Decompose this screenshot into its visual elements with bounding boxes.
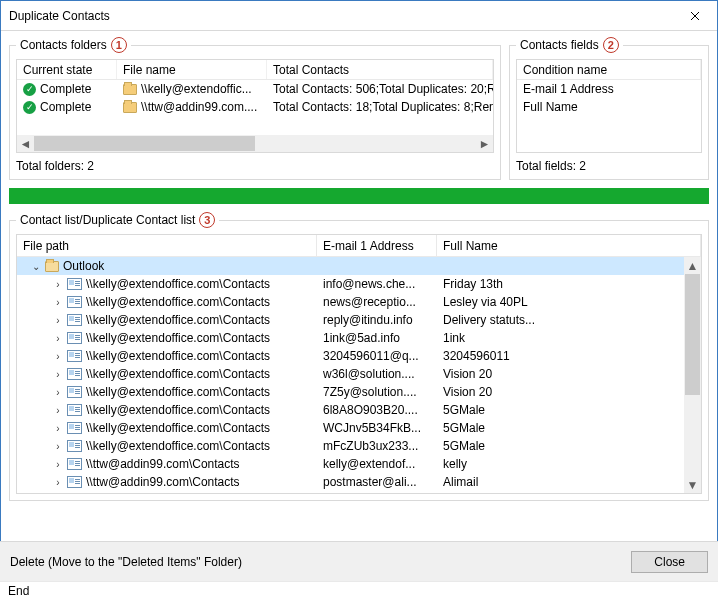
contact-card-icon: [67, 458, 82, 470]
contacts-folders-legend-text: Contacts folders: [20, 38, 107, 52]
chevron-right-icon[interactable]: ›: [53, 405, 63, 416]
contacts-fields-group: Contacts fields 2 Condition name E-mail …: [509, 37, 709, 180]
footer-bar: Delete (Move to the "Deleted Items" Fold…: [0, 541, 718, 581]
total-fields-label: Total fields: 2: [516, 159, 702, 173]
chevron-right-icon[interactable]: ›: [53, 333, 63, 344]
chevron-right-icon[interactable]: ›: [53, 423, 63, 434]
duplicate-contacts-tree[interactable]: File path E-mail 1 Address Full Name ⌄Ou…: [16, 234, 702, 494]
col-file-name[interactable]: File name: [117, 60, 267, 79]
scroll-up-icon[interactable]: ▲: [684, 257, 701, 274]
chevron-right-icon[interactable]: ›: [53, 477, 63, 488]
progress-bar: [9, 188, 709, 204]
tree-body: ⌄Outlook›\\kelly@extendoffice.com\Contac…: [17, 257, 684, 493]
contact-list-group: Contact list/Duplicate Contact list 3 Fi…: [9, 212, 709, 501]
scroll-left-icon[interactable]: ◄: [17, 135, 34, 152]
chevron-right-icon[interactable]: ›: [53, 315, 63, 326]
folders-list-header: Current state File name Total Contacts: [17, 60, 493, 80]
complete-icon: ✓: [23, 83, 36, 96]
contact-card-icon: [67, 278, 82, 290]
folder-row[interactable]: ✓Complete\\kelly@extendoffic...Total Con…: [17, 80, 493, 98]
chevron-right-icon[interactable]: ›: [53, 387, 63, 398]
close-button[interactable]: Close: [631, 551, 708, 573]
tree-item[interactable]: ›\\ttw@addin99.com\Contactsghk@addin99.c…: [17, 491, 684, 493]
contacts-folders-group: Contacts folders 1 Current state File na…: [9, 37, 501, 180]
window-close-button[interactable]: [673, 1, 717, 31]
fields-list-body: E-mail 1 AddressFull Name: [517, 80, 701, 152]
contacts-fields-legend-text: Contacts fields: [520, 38, 599, 52]
contact-card-icon: [67, 386, 82, 398]
tree-item[interactable]: ›\\kelly@extendoffice.com\ContactsmFcZUb…: [17, 437, 684, 455]
chevron-right-icon[interactable]: ›: [53, 279, 63, 290]
tree-item[interactable]: ›\\kelly@extendoffice.com\Contacts1ink@5…: [17, 329, 684, 347]
badge-2-icon: 2: [603, 37, 619, 53]
col-condition-name[interactable]: Condition name: [517, 60, 701, 79]
field-row[interactable]: E-mail 1 Address: [517, 80, 701, 98]
folder-row[interactable]: ✓Complete\\ttw@addin99.com....Total Cont…: [17, 98, 493, 116]
status-end-label: End: [8, 584, 29, 598]
scroll-down-icon[interactable]: ▼: [684, 476, 701, 493]
folder-icon: [123, 102, 137, 113]
fields-list-header: Condition name: [517, 60, 701, 80]
col-total-contacts[interactable]: Total Contacts: [267, 60, 493, 79]
field-row[interactable]: Full Name: [517, 98, 701, 116]
total-folders-label: Total folders: 2: [16, 159, 494, 173]
tree-item[interactable]: ›\\kelly@extendoffice.com\ContactsWCJnv5…: [17, 419, 684, 437]
tree-item[interactable]: ›\\ttw@addin99.com\Contactspostmaster@al…: [17, 473, 684, 491]
tree-header: File path E-mail 1 Address Full Name: [17, 235, 701, 257]
delete-hint-label: Delete (Move to the "Deleted Items" Fold…: [10, 555, 242, 569]
contact-card-icon: [67, 476, 82, 488]
contact-card-icon: [67, 440, 82, 452]
folder-icon: [45, 261, 59, 272]
folders-list[interactable]: Current state File name Total Contacts ✓…: [16, 59, 494, 153]
titlebar: Duplicate Contacts: [1, 1, 717, 31]
scroll-thumb[interactable]: [34, 136, 255, 151]
contact-card-icon: [67, 350, 82, 362]
status-bar: End: [0, 581, 718, 599]
contact-card-icon: [67, 332, 82, 344]
tree-vscrollbar[interactable]: ▲ ▼: [684, 257, 701, 493]
folders-hscrollbar[interactable]: ◄ ►: [17, 135, 493, 152]
chevron-right-icon[interactable]: ›: [53, 459, 63, 470]
badge-3-icon: 3: [199, 212, 215, 228]
complete-icon: ✓: [23, 101, 36, 114]
tree-item[interactable]: ›\\kelly@extendoffice.com\Contactsnews@r…: [17, 293, 684, 311]
chevron-right-icon[interactable]: ›: [53, 441, 63, 452]
fields-list[interactable]: Condition name E-mail 1 AddressFull Name: [516, 59, 702, 153]
tree-item[interactable]: ›\\kelly@extendoffice.com\Contacts320459…: [17, 347, 684, 365]
tree-group-outlook[interactable]: ⌄Outlook: [17, 257, 684, 275]
tree-item[interactable]: ›\\kelly@extendoffice.com\Contacts7Z5y@s…: [17, 383, 684, 401]
chevron-down-icon[interactable]: ⌄: [31, 261, 41, 272]
tree-item[interactable]: ›\\kelly@extendoffice.com\Contactsw36l@s…: [17, 365, 684, 383]
badge-1-icon: 1: [111, 37, 127, 53]
tree-item[interactable]: ›\\kelly@extendoffice.com\Contacts6l8A8O…: [17, 401, 684, 419]
chevron-right-icon[interactable]: ›: [53, 297, 63, 308]
contact-card-icon: [67, 422, 82, 434]
contact-card-icon: [67, 404, 82, 416]
window-title: Duplicate Contacts: [9, 9, 110, 23]
close-icon: [690, 11, 700, 21]
chevron-right-icon[interactable]: ›: [53, 351, 63, 362]
tree-item[interactable]: ›\\ttw@addin99.com\Contactskelly@extendo…: [17, 455, 684, 473]
chevron-right-icon[interactable]: ›: [53, 369, 63, 380]
tree-item[interactable]: ›\\kelly@extendoffice.com\Contactsreply@…: [17, 311, 684, 329]
content: Contacts folders 1 Current state File na…: [1, 31, 717, 501]
folders-list-body: ✓Complete\\kelly@extendoffic...Total Con…: [17, 80, 493, 135]
col-email[interactable]: E-mail 1 Address: [317, 235, 437, 256]
folder-icon: [123, 84, 137, 95]
scroll-right-icon[interactable]: ►: [476, 135, 493, 152]
contact-list-legend-text: Contact list/Duplicate Contact list: [20, 213, 195, 227]
tree-item[interactable]: ›\\kelly@extendoffice.com\Contactsinfo@n…: [17, 275, 684, 293]
contact-list-legend: Contact list/Duplicate Contact list 3: [16, 212, 219, 228]
contact-card-icon: [67, 314, 82, 326]
col-file-path[interactable]: File path: [17, 235, 317, 256]
contact-card-icon: [67, 368, 82, 380]
contacts-folders-legend: Contacts folders 1: [16, 37, 131, 53]
contact-card-icon: [67, 296, 82, 308]
col-full-name[interactable]: Full Name: [437, 235, 701, 256]
contacts-fields-legend: Contacts fields 2: [516, 37, 623, 53]
scroll-thumb[interactable]: [685, 274, 700, 395]
col-current-state[interactable]: Current state: [17, 60, 117, 79]
